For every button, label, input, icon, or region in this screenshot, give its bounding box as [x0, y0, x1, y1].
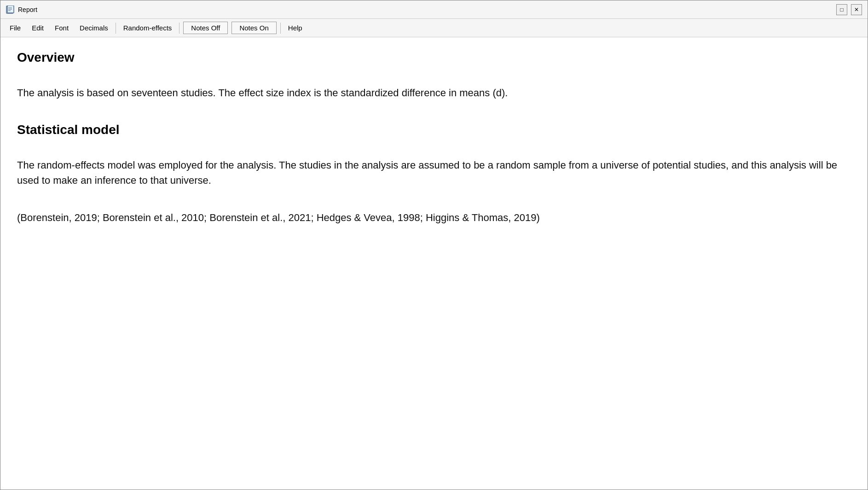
window-controls: □ ✕	[836, 4, 862, 15]
title-bar: Report □ ✕	[0, 0, 868, 19]
spacer-1	[17, 76, 851, 85]
statistical-model-heading: Statistical model	[17, 122, 851, 137]
minimize-icon: □	[840, 6, 843, 13]
section-overview: Overview The analysis is based on sevent…	[17, 50, 851, 113]
window-title: Report	[18, 6, 836, 13]
separator-1	[116, 23, 116, 34]
close-button[interactable]: ✕	[851, 4, 862, 15]
close-icon: ✕	[854, 6, 859, 13]
menu-notes-on[interactable]: Notes On	[231, 22, 276, 34]
overview-text: The analysis is based on seventeen studi…	[17, 85, 851, 100]
menu-decimals[interactable]: Decimals	[74, 21, 114, 35]
citation-text: (Borenstein, 2019; Borenstein et al., 20…	[17, 210, 851, 225]
menu-font[interactable]: Font	[49, 21, 74, 35]
separator-2	[179, 23, 179, 34]
content-area: Overview The analysis is based on sevent…	[0, 37, 868, 490]
main-window: Report □ ✕ File Edit Font Decimals Rando…	[0, 0, 868, 490]
spacer-3	[17, 148, 851, 158]
statistical-model-text: The random-effects model was employed fo…	[17, 158, 851, 188]
window-icon	[6, 6, 14, 14]
menu-edit[interactable]: Edit	[26, 21, 49, 35]
menu-help[interactable]: Help	[283, 21, 308, 35]
section-statistical-model: Statistical model The random-effects mod…	[17, 122, 851, 238]
spacer-2	[17, 113, 851, 122]
spacer-4	[17, 201, 851, 210]
menu-random-effects[interactable]: Random-effects	[118, 21, 178, 35]
menu-bar: File Edit Font Decimals Random-effects N…	[0, 19, 868, 37]
overview-heading: Overview	[17, 50, 851, 65]
menu-file[interactable]: File	[4, 21, 26, 35]
separator-3	[280, 23, 281, 34]
menu-notes-off[interactable]: Notes Off	[183, 22, 228, 34]
minimize-button[interactable]: □	[836, 4, 847, 15]
